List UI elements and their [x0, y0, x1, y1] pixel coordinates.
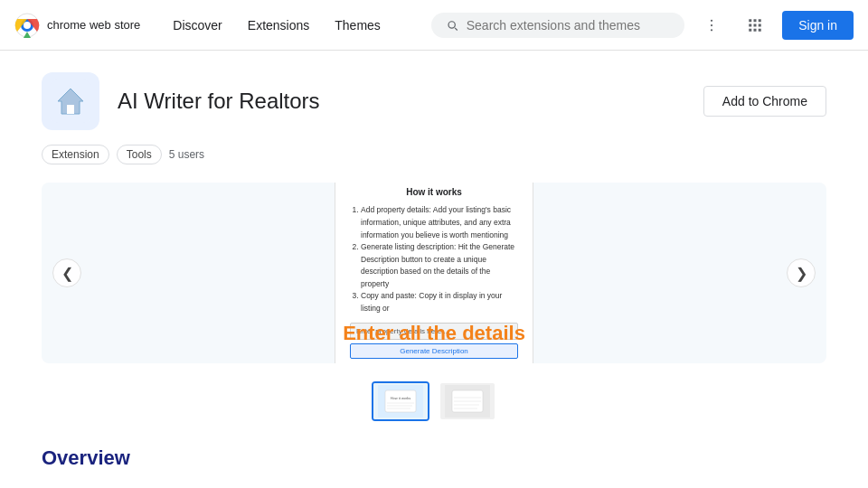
carousel-prev-button[interactable]: ❮: [52, 258, 81, 287]
how-it-works-title: How it works: [350, 187, 518, 197]
thumbnails-row: How it works: [42, 381, 826, 421]
tag-tools[interactable]: Tools: [117, 145, 162, 164]
step-2: Generate listing description: Hit the Ge…: [361, 241, 518, 290]
svg-point-3: [711, 19, 712, 21]
search-icon: [446, 18, 459, 33]
generate-btn-mock: Generate Description: [350, 343, 518, 359]
nav-extensions[interactable]: Extensions: [237, 13, 320, 38]
search-input[interactable]: [467, 18, 670, 33]
svg-rect-13: [754, 28, 757, 31]
apps-button[interactable]: [739, 9, 771, 42]
step-1: Add property details: Add your listing's…: [361, 204, 518, 241]
svg-rect-8: [759, 19, 761, 22]
header: chrome web store Discover Extensions The…: [0, 0, 868, 51]
sign-in-button[interactable]: Sign in: [782, 11, 854, 40]
thumb-slide-1-icon: How it works: [378, 385, 423, 418]
nav-themes[interactable]: Themes: [324, 13, 392, 38]
overview-text: Generate compelling real estate listings…: [42, 484, 826, 488]
chevron-left-icon: ❮: [61, 265, 73, 282]
main-nav: Discover Extensions Themes: [162, 13, 392, 38]
overview-title: Overview: [42, 446, 826, 470]
svg-rect-17: [67, 105, 74, 114]
svg-rect-6: [749, 19, 751, 22]
thumbnail-1[interactable]: How it works: [372, 381, 429, 421]
logo-link[interactable]: chrome web store: [14, 13, 140, 38]
svg-point-4: [711, 23, 712, 25]
carousel: ❮ How it works Add property details: Add…: [42, 183, 826, 363]
svg-rect-11: [759, 23, 761, 26]
svg-text:How it works: How it works: [391, 396, 411, 400]
chrome-logo-icon: [14, 13, 40, 38]
svg-rect-14: [759, 28, 761, 31]
extension-icon: [42, 72, 99, 130]
tag-extension[interactable]: Extension: [42, 145, 109, 164]
search-box[interactable]: [431, 13, 684, 38]
extension-header: AI Writer for Realtors Add to Chrome: [42, 72, 826, 130]
extension-title: AI Writer for Realtors: [118, 89, 320, 114]
thumbnail-2[interactable]: [439, 381, 496, 421]
carousel-caption: Enter all the details: [343, 322, 525, 345]
svg-rect-12: [749, 28, 751, 31]
add-to-chrome-button[interactable]: Add to Chrome: [703, 86, 826, 117]
more-options-button[interactable]: [695, 9, 728, 42]
nav-discover[interactable]: Discover: [162, 13, 232, 38]
svg-point-2: [24, 22, 31, 29]
header-right: Sign in: [431, 9, 854, 42]
thumbnail-1-preview: How it works: [373, 383, 428, 419]
overview-para-0: Generate compelling real estate listings…: [42, 484, 826, 488]
logo-text: chrome web store: [47, 18, 140, 32]
main-content: AI Writer for Realtors Add to Chrome Ext…: [27, 51, 841, 488]
svg-point-5: [711, 29, 712, 31]
carousel-next-button[interactable]: ❯: [787, 258, 816, 287]
svg-rect-19: [385, 390, 416, 412]
svg-rect-10: [754, 23, 757, 26]
svg-rect-9: [749, 23, 751, 26]
thumb-slide-2-icon: [445, 385, 490, 418]
overview-section: Overview Generate compelling real estate…: [42, 446, 826, 488]
thumbnail-2-preview: [440, 383, 495, 419]
tags-row: Extension Tools 5 users: [42, 145, 826, 164]
extension-logo-icon: [49, 80, 92, 123]
more-vert-icon: [703, 17, 720, 33]
grid-icon: [747, 17, 763, 33]
users-count: 5 users: [169, 148, 204, 161]
step-3: Copy and paste: Copy it in display in yo…: [361, 290, 518, 314]
steps-list: Add property details: Add your listing's…: [350, 204, 518, 314]
svg-rect-7: [754, 19, 757, 22]
chevron-right-icon: ❯: [796, 265, 807, 282]
